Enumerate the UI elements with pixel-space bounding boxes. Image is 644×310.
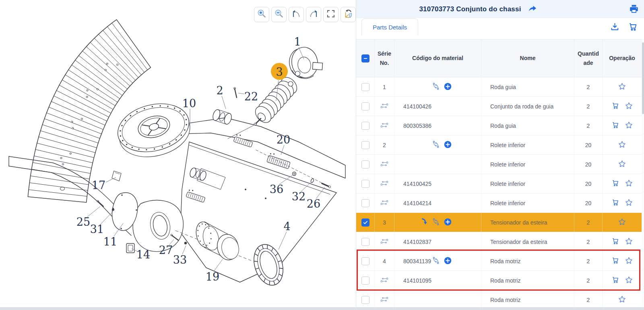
sub-part-cell	[375, 155, 394, 174]
rotate-right-button[interactable]	[306, 7, 321, 22]
row-checkbox[interactable]	[361, 102, 369, 110]
route-icon[interactable]	[432, 218, 440, 227]
sub-part-icon	[380, 160, 389, 169]
quantity-cell: 20	[574, 135, 603, 154]
table-row[interactable]: 414100425Rolete inferior20	[356, 174, 642, 193]
row-checkbox[interactable]	[361, 218, 369, 227]
print-button[interactable]	[629, 4, 639, 16]
tab-parts-details[interactable]: Parts Details	[361, 19, 418, 35]
favorite-star-icon[interactable]	[625, 256, 633, 266]
add-to-cart-icon[interactable]	[611, 179, 619, 188]
table-row[interactable]: 1Roda guia2	[356, 77, 642, 97]
printer-icon	[629, 4, 639, 16]
row-checkbox[interactable]	[361, 180, 369, 188]
favorite-star-icon[interactable]	[625, 102, 633, 111]
favorite-star-icon[interactable]	[618, 82, 626, 92]
sub-part-cell	[375, 271, 394, 290]
material-code-cell: 800341139	[394, 252, 481, 270]
add-to-cart-icon[interactable]	[611, 256, 619, 266]
table-scrollbar[interactable]	[642, 39, 644, 310]
row-checkbox[interactable]	[361, 238, 369, 246]
reset-view-icon	[343, 8, 353, 21]
table-row[interactable]: 800305386Roda guia2	[356, 116, 642, 135]
down-arrow-icon[interactable]	[420, 218, 428, 227]
favorite-star-icon[interactable]	[625, 121, 633, 131]
sub-part-icon	[380, 296, 389, 304]
table-row[interactable]: 414101095Roda motriz2	[356, 271, 642, 290]
route-icon[interactable]	[432, 82, 440, 92]
material-code-cell	[394, 155, 481, 174]
row-checkbox[interactable]	[361, 160, 369, 169]
rotate-right-icon	[308, 8, 319, 21]
operation-cell	[603, 135, 642, 154]
download-button[interactable]	[610, 22, 620, 33]
add-plus-icon[interactable]	[444, 82, 452, 92]
parts-diagram[interactable]: 12221020363226172531111427331943	[0, 0, 354, 310]
favorite-star-icon[interactable]	[618, 295, 626, 305]
operation-cell	[603, 97, 642, 116]
table-row[interactable]: 4800341139Roda motriz2	[356, 252, 642, 271]
add-to-cart-icon[interactable]	[611, 198, 619, 208]
material-code-cell: 414104214	[394, 193, 481, 212]
row-checkbox[interactable]	[361, 199, 369, 207]
scrollbar-thumb[interactable]	[642, 42, 644, 114]
row-checkbox[interactable]	[361, 277, 369, 285]
favorite-star-icon[interactable]	[625, 276, 633, 285]
sub-part-cell	[375, 116, 394, 135]
row-checkbox[interactable]	[361, 83, 369, 91]
sub-part-icon	[380, 199, 389, 207]
operation-cell	[603, 77, 642, 96]
sub-part-icon	[380, 102, 389, 110]
row-checkbox[interactable]	[361, 141, 369, 149]
cart-button[interactable]	[628, 22, 638, 33]
sub-part-cell	[375, 290, 394, 309]
add-to-cart-icon[interactable]	[611, 276, 619, 285]
reset-view-button[interactable]	[341, 7, 356, 22]
parts-panel: 310703773 Conjunto do chassi Parts Detai…	[356, 0, 644, 310]
table-row[interactable]: 2Rolete inferior20	[356, 135, 642, 155]
table-row[interactable]: 414104214Rolete inferior20	[356, 193, 642, 213]
table-row[interactable]: Rolete inferior20	[356, 155, 642, 174]
material-code: 800341139	[403, 258, 431, 264]
route-icon[interactable]	[432, 140, 440, 150]
favorite-star-icon[interactable]	[625, 198, 633, 208]
operation-cell	[603, 155, 642, 174]
zoom-in-button[interactable]	[254, 7, 269, 22]
rotate-left-button[interactable]	[289, 7, 304, 22]
callout-14: 14	[136, 248, 150, 261]
checkbox-cell	[356, 116, 375, 135]
row-checkbox[interactable]	[361, 257, 369, 265]
add-to-cart-icon[interactable]	[611, 237, 619, 246]
parts-table: Série No. Código do material Nome Quanti…	[356, 39, 642, 310]
add-plus-icon[interactable]	[444, 256, 452, 266]
add-to-cart-icon[interactable]	[611, 102, 619, 111]
favorite-star-icon[interactable]	[618, 218, 626, 227]
add-plus-icon[interactable]	[444, 218, 452, 227]
favorite-star-icon[interactable]	[618, 160, 626, 169]
quantity-cell: 2	[574, 252, 603, 270]
row-checkbox[interactable]	[361, 122, 369, 130]
material-code: 414100425	[403, 181, 431, 187]
callout-17: 17	[92, 179, 105, 191]
add-plus-icon[interactable]	[444, 140, 452, 150]
table-row[interactable]: 3Tensionador da esteira2	[356, 213, 642, 232]
select-all-checkbox[interactable]	[361, 54, 369, 62]
table-row[interactable]: Roda motriz2	[356, 290, 642, 310]
operation-cell	[603, 271, 642, 290]
fit-screen-button[interactable]	[323, 7, 339, 22]
zoom-out-button[interactable]	[271, 7, 287, 22]
share-button[interactable]	[528, 4, 537, 15]
favorite-star-icon[interactable]	[618, 140, 626, 150]
material-code-cell: 800305386	[394, 116, 481, 135]
sub-part-icon	[380, 277, 389, 285]
route-icon[interactable]	[432, 256, 440, 266]
table-row[interactable]: 414100426Conjunto da roda de guia2	[356, 97, 642, 116]
favorite-star-icon[interactable]	[625, 179, 633, 189]
add-to-cart-icon[interactable]	[611, 121, 619, 130]
favorite-star-icon[interactable]	[625, 237, 633, 247]
sub-part-icon	[380, 238, 389, 246]
part-name-cell: Tensionador da esteira	[481, 213, 574, 232]
row-checkbox[interactable]	[361, 296, 369, 304]
table-row[interactable]: 414102837Tensionador da esteira2	[356, 232, 642, 252]
quantity-cell: 2	[574, 116, 603, 135]
